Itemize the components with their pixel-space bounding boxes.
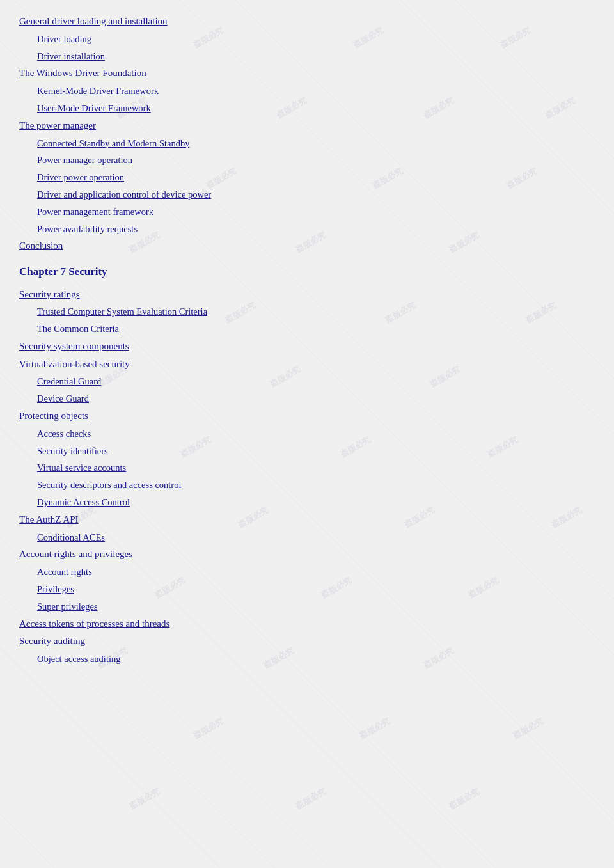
toc-link-conditional-aces[interactable]: Conditional ACEs bbox=[37, 532, 105, 542]
toc-link-power-mgmt-framework[interactable]: Power management framework bbox=[37, 207, 154, 217]
toc-link-connected-standby[interactable]: Connected Standby and Modern Standby bbox=[37, 138, 189, 148]
list-item: Access tokens of processes and threads bbox=[19, 615, 595, 633]
list-item: Security auditing bbox=[19, 633, 595, 651]
list-item: Super privileges bbox=[37, 598, 595, 615]
list-item: Dynamic Access Control bbox=[37, 494, 595, 511]
list-item: Access checks bbox=[37, 425, 595, 443]
list-item: Credential Guard bbox=[37, 373, 595, 390]
list-item: Driver installation bbox=[37, 48, 595, 65]
list-item: Connected Standby and Modern Standby bbox=[37, 135, 595, 152]
list-item: Driver and application control of device… bbox=[37, 186, 595, 203]
toc-link-driver-app-power[interactable]: Driver and application control of device… bbox=[37, 189, 211, 200]
toc-link-super-privileges[interactable]: Super privileges bbox=[37, 601, 98, 612]
list-item: The power manager bbox=[19, 117, 595, 135]
toc-link-account-rights-sub[interactable]: Account rights bbox=[37, 567, 92, 577]
list-item: Security identifiers bbox=[37, 443, 595, 460]
list-item: Power management framework bbox=[37, 203, 595, 221]
toc-link-object-access-auditing[interactable]: Object access auditing bbox=[37, 654, 120, 664]
list-item: The Windows Driver Foundation bbox=[19, 65, 595, 83]
toc-link-security-auditing[interactable]: Security auditing bbox=[19, 636, 85, 646]
list-item: Virtual service accounts bbox=[37, 459, 595, 477]
toc-link-security-ratings[interactable]: Security ratings bbox=[19, 289, 80, 299]
list-item: Protecting objects bbox=[19, 407, 595, 425]
toc-link-power-manager-op[interactable]: Power manager operation bbox=[37, 155, 132, 165]
toc-link-conclusion[interactable]: Conclusion bbox=[19, 241, 63, 251]
toc-link-umdf[interactable]: User-Mode Driver Framework bbox=[37, 103, 151, 113]
toc-link-kmdf[interactable]: Kernel-Mode Driver Framework bbox=[37, 86, 159, 96]
list-item: Driver power operation bbox=[37, 169, 595, 186]
list-item: Privileges bbox=[37, 581, 595, 598]
list-item: Conclusion bbox=[19, 237, 595, 255]
list-item: User-Mode Driver Framework bbox=[37, 100, 595, 117]
toc-link-security-descriptors[interactable]: Security descriptors and access control bbox=[37, 480, 181, 490]
toc-link-access-tokens[interactable]: Access tokens of processes and threads bbox=[19, 619, 169, 629]
toc-link-access-checks[interactable]: Access checks bbox=[37, 429, 91, 439]
list-item: Object access auditing bbox=[37, 651, 595, 668]
list-item: General driver loading and installation bbox=[19, 13, 595, 31]
list-item: Device Guard bbox=[37, 390, 595, 407]
toc-link-chapter7[interactable]: Chapter 7 Security bbox=[19, 265, 107, 278]
toc-link-device-guard[interactable]: Device Guard bbox=[37, 393, 89, 404]
toc-link-power-availability[interactable]: Power availability requests bbox=[37, 224, 138, 234]
chapter-heading: Chapter 7 Security bbox=[19, 262, 595, 281]
list-item: Account rights and privileges bbox=[19, 546, 595, 564]
toc-link-protecting-objects[interactable]: Protecting objects bbox=[19, 411, 88, 421]
toc-link-driver-loading[interactable]: Driver loading bbox=[37, 34, 91, 44]
toc-content: General driver loading and installation … bbox=[19, 13, 595, 668]
list-item: Security descriptors and access control bbox=[37, 477, 595, 494]
toc-link-account-rights[interactable]: Account rights and privileges bbox=[19, 549, 132, 559]
toc-link-windows-driver-foundation[interactable]: The Windows Driver Foundation bbox=[19, 68, 146, 78]
list-item: Security system components bbox=[19, 338, 595, 356]
toc-link-security-identifiers[interactable]: Security identifiers bbox=[37, 446, 108, 456]
list-item: Account rights bbox=[37, 564, 595, 581]
toc-link-tcsec[interactable]: Trusted Computer System Evaluation Crite… bbox=[37, 306, 207, 317]
toc-link-power-manager[interactable]: The power manager bbox=[19, 120, 96, 130]
toc-link-authz-api[interactable]: The AuthZ API bbox=[19, 514, 79, 525]
toc-link-driver-power-op[interactable]: Driver power operation bbox=[37, 172, 124, 182]
list-item: Security ratings bbox=[19, 286, 595, 304]
list-item: The AuthZ API bbox=[19, 511, 595, 529]
list-item: Power manager operation bbox=[37, 152, 595, 169]
toc-link-virtual-service-accounts[interactable]: Virtual service accounts bbox=[37, 462, 126, 473]
list-item: Virtualization-based security bbox=[19, 356, 595, 374]
toc-link-privileges[interactable]: Privileges bbox=[37, 584, 74, 594]
list-item: The Common Criteria bbox=[37, 320, 595, 338]
toc-link-common-criteria[interactable]: The Common Criteria bbox=[37, 324, 119, 334]
toc-link-dynamic-access-control[interactable]: Dynamic Access Control bbox=[37, 497, 130, 507]
list-item: Kernel-Mode Driver Framework bbox=[37, 83, 595, 100]
toc-link-credential-guard[interactable]: Credential Guard bbox=[37, 376, 101, 386]
toc-link-vbs[interactable]: Virtualization-based security bbox=[19, 359, 130, 369]
toc-link-driver-installation[interactable]: Driver installation bbox=[37, 51, 105, 61]
list-item: Driver loading bbox=[37, 31, 595, 48]
list-item: Conditional ACEs bbox=[37, 529, 595, 546]
toc-link-security-system-components[interactable]: Security system components bbox=[19, 341, 129, 351]
list-item: Trusted Computer System Evaluation Crite… bbox=[37, 303, 595, 320]
list-item: Power availability requests bbox=[37, 221, 595, 238]
toc-link-general-driver[interactable]: General driver loading and installation bbox=[19, 16, 168, 26]
